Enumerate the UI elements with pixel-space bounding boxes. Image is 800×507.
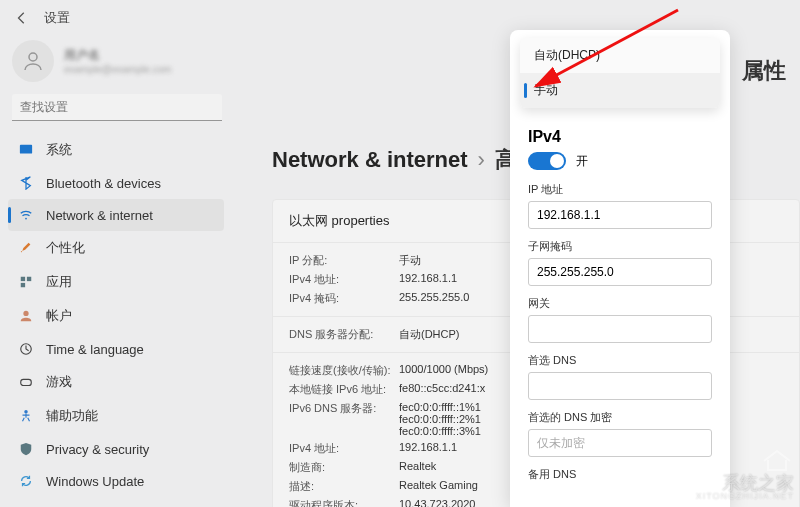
toggle-label: 开 (576, 153, 588, 170)
dropdown-option-manual[interactable]: 手动 (520, 73, 720, 108)
ipv4-title: IPv4 (528, 128, 712, 146)
ip-assignment-dropdown[interactable]: 自动(DHCP) 手动 (520, 38, 720, 108)
altdns-label: 备用 DNS (528, 467, 712, 482)
dns-label: 首选 DNS (528, 353, 712, 368)
ipv4-toggle[interactable] (528, 152, 566, 170)
ip-settings-popup: 自动(DHCP) 手动 IPv4 开 IP 地址 子网掩码 网关 首选 DNS … (510, 30, 730, 507)
dnsenc-input[interactable] (528, 429, 712, 457)
gateway-input[interactable] (528, 315, 712, 343)
dnsenc-label: 首选的 DNS 加密 (528, 410, 712, 425)
ip-label: IP 地址 (528, 182, 712, 197)
mask-input[interactable] (528, 258, 712, 286)
gateway-label: 网关 (528, 296, 712, 311)
dns-input[interactable] (528, 372, 712, 400)
dropdown-option-auto[interactable]: 自动(DHCP) (520, 38, 720, 73)
mask-label: 子网掩码 (528, 239, 712, 254)
watermark: 系统之家 XITONGZHIJIA.NET (696, 448, 794, 501)
ip-input[interactable] (528, 201, 712, 229)
